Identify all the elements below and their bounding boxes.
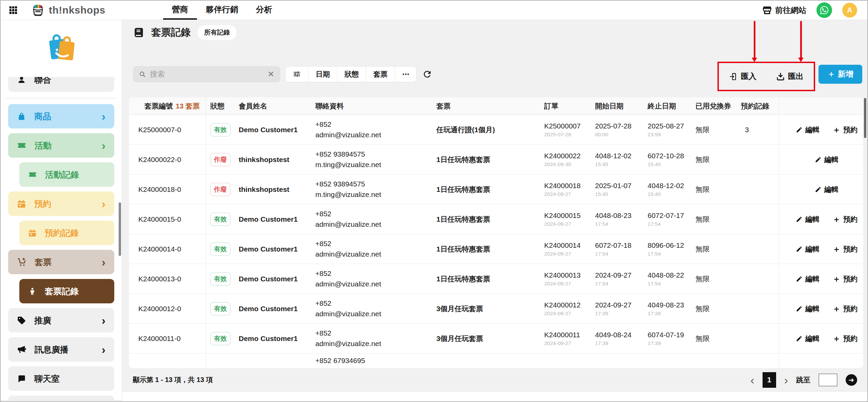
edit-button[interactable]: 編輯: [796, 215, 820, 224]
status-cell: [206, 354, 235, 368]
jump-page-input[interactable]: [818, 374, 837, 386]
start-date: [591, 354, 644, 368]
contact-info: +852admin@vizualize.net: [311, 264, 432, 294]
tab-business[interactable]: 營商: [163, 1, 197, 20]
brand-logo[interactable]: th!nkshops: [31, 3, 105, 17]
reserve-button[interactable]: ＋預約: [832, 125, 857, 135]
order-number: K240000122024-09-27: [540, 294, 591, 323]
export-button[interactable]: 匯出: [776, 71, 804, 82]
refresh-button[interactable]: [422, 69, 432, 79]
ticket-id: K24000018-0: [129, 175, 206, 204]
sidebar-item-products[interactable]: 商品 ›: [8, 104, 114, 128]
start-date: 2025-01-0715:45: [591, 175, 644, 204]
shopping-bag-icon: [17, 112, 26, 121]
start-date: 4049-08-2417:39: [591, 324, 644, 353]
go-to-site-button[interactable]: 前往網站: [763, 5, 806, 16]
tab-analytics[interactable]: 分析: [247, 1, 281, 20]
ticket-id: K24000014-0: [129, 234, 206, 264]
records-filter-badge[interactable]: 所有記錄: [197, 25, 237, 40]
used-vouchers: 無限: [693, 324, 737, 353]
edit-button[interactable]: 編輯: [796, 334, 820, 343]
sidebar-item-bookings[interactable]: 預約 ›: [8, 192, 114, 216]
reserve-button[interactable]: ＋預約: [832, 215, 857, 224]
add-button[interactable]: ＋ 新增: [818, 65, 862, 84]
status-badge: 有效: [210, 242, 231, 256]
start-date: 2024-09-2717:39: [591, 294, 644, 323]
filter-package-button[interactable]: 套票: [366, 66, 395, 82]
filter-more-button[interactable]: ⋯: [395, 66, 416, 82]
sidebar-item-chatroom[interactable]: 聊天室: [8, 366, 114, 391]
status-cell: 作廢: [206, 175, 235, 204]
table-row: K24000022-0作廢thinkshopstest+852 93894575…: [129, 145, 863, 175]
edit-button[interactable]: 編輯: [815, 185, 839, 194]
member-name: thinkshopstest: [235, 145, 311, 174]
sidebar-item-events[interactable]: 活動 ›: [8, 133, 114, 158]
clear-search-icon[interactable]: ✕: [268, 69, 274, 79]
filter-settings-button[interactable]: [285, 66, 308, 82]
sidebar-item-clipped-top: 聯合: [8, 77, 114, 92]
annotation-red-box: 匯入 匯出: [717, 62, 815, 91]
status-badge: 有效: [210, 123, 231, 137]
edit-button[interactable]: 編輯: [796, 274, 820, 284]
sidebar-item-event-records[interactable]: 活動記錄: [19, 162, 114, 187]
edit-button[interactable]: 編輯: [796, 125, 820, 135]
avatar[interactable]: A: [842, 3, 857, 18]
header-used-vouchers: 已用兌換券: [693, 97, 737, 115]
go-page-button[interactable]: ➜: [846, 374, 857, 386]
row-actions: 編輯＋預約: [779, 264, 863, 294]
apps-grid-icon[interactable]: [8, 5, 18, 15]
pencil-icon: [796, 305, 803, 312]
reserve-button[interactable]: ＋預約: [832, 304, 857, 314]
reserve-button[interactable]: ＋預約: [832, 244, 857, 254]
sidebar-scrollbar[interactable]: [119, 202, 121, 256]
used-vouchers: 無限: [693, 175, 737, 204]
search-input[interactable]: [150, 70, 263, 79]
status-cell: 有效: [206, 115, 235, 144]
prev-page-button[interactable]: ‹: [750, 374, 754, 386]
end-date: 4048-12-0215:45: [644, 175, 693, 204]
chevron-right-icon: ›: [102, 315, 105, 326]
sidebar-item-package-records[interactable]: 套票記錄: [19, 279, 114, 303]
used-vouchers: 無限: [693, 234, 737, 264]
edit-button[interactable]: 編輯: [815, 155, 839, 164]
sidebar-item-packages[interactable]: 套票 ›: [8, 250, 114, 274]
row-actions: [779, 354, 863, 368]
sidebar-item-booking-records[interactable]: 預約記錄: [19, 221, 114, 245]
table-row: K24000018-0作廢thinkshopstest+852 93894575…: [129, 175, 863, 204]
order-number: K240000112024-09-27: [540, 324, 591, 353]
whatsapp-button[interactable]: [816, 2, 832, 18]
status-badge: 作廢: [210, 153, 231, 166]
reserve-button[interactable]: ＋預約: [832, 334, 857, 343]
booking-count: [737, 234, 779, 264]
sidebar-item-union[interactable]: 聯合: [8, 77, 114, 92]
row-actions: 編輯＋預約: [779, 234, 863, 264]
start-date: 4048-12-0215:45: [591, 145, 644, 174]
booking-count: [737, 145, 779, 174]
store-icon: [763, 6, 772, 15]
end-date: [644, 354, 693, 368]
member-name: Demo Customer1: [235, 204, 311, 234]
filter-status-button[interactable]: 狀態: [337, 66, 366, 82]
table-scrollbar[interactable]: [864, 98, 866, 138]
sidebar-item-promotions[interactable]: 推廣 ›: [8, 308, 114, 333]
tab-affiliate-marketing[interactable]: 夥伴行銷: [197, 1, 247, 20]
header-status: 狀態: [206, 97, 235, 115]
next-page-button[interactable]: ›: [784, 374, 788, 386]
pencil-icon: [796, 335, 803, 342]
import-button[interactable]: 匯入: [729, 71, 756, 82]
refresh-icon: [422, 69, 432, 79]
edit-button[interactable]: 編輯: [796, 244, 820, 254]
status-badge: 有效: [210, 302, 231, 316]
booking-count: [737, 354, 779, 368]
filter-date-button[interactable]: 日期: [308, 66, 337, 82]
system-timezone: System time zone: Asia/Hong_kong: [1, 400, 122, 402]
table-row: K24000011-0有效Demo Customer1+852admin@viz…: [129, 324, 863, 354]
end-date: 2025-08-2723:59: [644, 115, 693, 144]
sidebar-item-clipped-bottom: [8, 396, 114, 400]
booking-count: [737, 264, 779, 294]
edit-button[interactable]: 編輯: [796, 304, 820, 314]
plus-icon: ＋: [832, 215, 841, 223]
reserve-button[interactable]: ＋預約: [832, 274, 857, 284]
sidebar-item-broadcast[interactable]: 訊息廣播 ›: [8, 337, 114, 362]
current-page-button[interactable]: 1: [763, 372, 776, 388]
